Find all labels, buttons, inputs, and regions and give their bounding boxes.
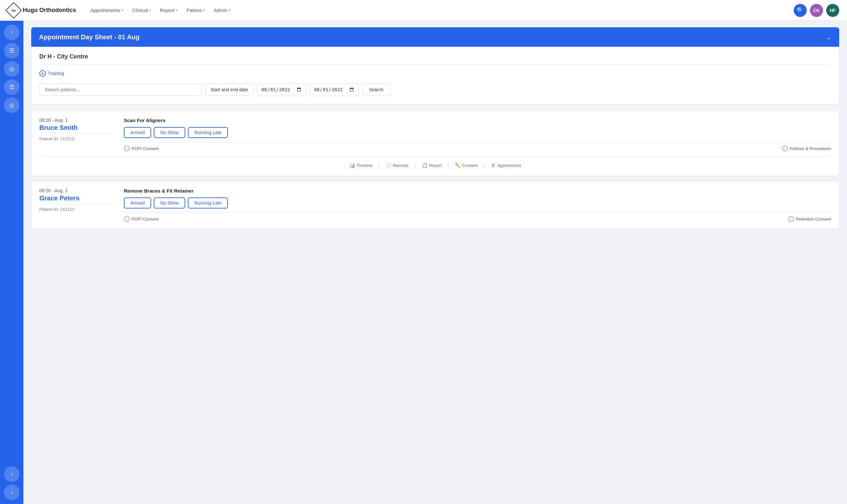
play-icon [39, 70, 46, 77]
search-button[interactable]: Search [362, 84, 390, 96]
consent-label: POPI Consent [132, 146, 159, 151]
circle-icon: ◎ [9, 65, 14, 72]
report-link[interactable]: 📋 Report [416, 161, 448, 169]
running-late-button[interactable]: Running Late [188, 197, 228, 209]
timeline-icon: 📊 [349, 163, 355, 168]
appointment-time: 08:20 - Aug. 1 [39, 188, 111, 193]
avatar-ck[interactable]: CK [810, 4, 823, 17]
check-circle-icon [124, 145, 130, 151]
records-label: Records [393, 163, 409, 168]
appointment-header: 08:20 - Aug. 1 Grace Peters Patient ID: … [39, 188, 831, 222]
chevron-down-icon: ▾ [149, 8, 151, 12]
appointment-footer: 📊 Timeline | 📄 Records | 📋 Report | ✏️ C… [39, 157, 831, 169]
no-show-button[interactable]: No Show [154, 197, 185, 209]
sidebar-list-button[interactable]: ☰ [4, 43, 19, 58]
timeline-link[interactable]: 📊 Timeline [344, 161, 378, 169]
sidebar-circle-button[interactable]: ◎ [4, 61, 19, 77]
appointment-label: Appointment [497, 163, 521, 168]
search-icon: 🔍 [797, 7, 804, 14]
patient-id: Patient ID: 112212 [39, 133, 111, 141]
timeline-label: Timeline [357, 163, 373, 168]
date-range-button[interactable]: Start and end date [205, 84, 254, 96]
appointment-patient-info: 08:20 - Aug. 1 Grace Peters Patient ID: … [39, 188, 111, 212]
consent-label: Policies & Procedures [790, 146, 831, 151]
consent-label: Consent [462, 163, 478, 168]
report-label: Report [429, 163, 442, 168]
training-label: Training [48, 71, 64, 76]
chevron-down-icon: ▾ [203, 8, 205, 12]
start-date-input[interactable] [257, 83, 306, 96]
patient-name[interactable]: Bruce Smith [39, 124, 111, 131]
app-name: Hugo Orthodontics [23, 7, 76, 14]
nav-patient[interactable]: Patient ▾ [183, 5, 209, 16]
appointment-procedure: Remove Braces & Fit Retainer [124, 188, 831, 194]
chevron-right-icon: › [11, 489, 13, 496]
chevron-left-icon: ‹ [11, 471, 13, 478]
arrived-button[interactable]: Arrived [124, 197, 151, 209]
nav-items: Appointments ▾ Clinical ▾ Report ▾ Patie… [86, 5, 794, 16]
consent-link[interactable]: ✏️ Consent [449, 161, 484, 169]
chevron-down-icon: ▾ [122, 8, 123, 12]
appointment-consents: POPI Consent Policies & Procedures [124, 142, 831, 151]
appointment-details: Scan For Aligners Arrived No Show Runnin… [124, 118, 831, 151]
logo-diamond: hs [5, 2, 22, 19]
search-bar: Start and end date Search [39, 83, 831, 96]
patient-id: Patient ID: 212121 [39, 204, 111, 212]
day-sheet-title: Appointment Day Sheet - 01 Aug [39, 33, 139, 41]
appointment-time: 08:20 - Aug. 1 [39, 118, 111, 123]
nav-appointments[interactable]: Appointments ▾ [86, 5, 127, 16]
arrived-button[interactable]: Arrived [124, 127, 151, 138]
logo-text: hs [12, 8, 16, 12]
sidebar-prev-button[interactable]: ‹ [4, 466, 19, 482]
records-link[interactable]: 📄 Records [380, 161, 414, 169]
upload-icon: ↑ [11, 29, 13, 36]
collapse-icon[interactable]: ⌄ [826, 33, 831, 41]
sidebar-next-button[interactable]: › [4, 485, 19, 500]
main-content: Appointment Day Sheet - 01 Aug ⌄ Dr H - … [23, 21, 847, 504]
patient-name[interactable]: Grace Peters [39, 195, 111, 202]
training-link[interactable]: Training [39, 70, 831, 77]
global-search-button[interactable]: 🔍 [794, 4, 807, 17]
chevron-down-icon: ▾ [176, 8, 177, 12]
appointment-consents: POPI Consent Retention Consent [124, 212, 831, 222]
end-date-input[interactable] [309, 83, 359, 96]
running-late-button[interactable]: Running Late [188, 127, 228, 138]
retention-consent[interactable]: Retention Consent [788, 216, 831, 222]
nav-right: 🔍 CK HF [794, 4, 839, 17]
records-icon: 📄 [386, 163, 391, 168]
consent-icon: ✏️ [455, 163, 461, 168]
nav-admin[interactable]: Admin ▾ [210, 5, 235, 16]
check-circle-icon [788, 216, 794, 222]
app-logo[interactable]: hs Hugo Orthodontics [8, 4, 76, 16]
popi-consent[interactable]: POPI Consent [124, 216, 159, 222]
status-buttons: Arrived No Show Running Late [124, 127, 831, 138]
appointment-card-grace-peters: 08:20 - Aug. 1 Grace Peters Patient ID: … [31, 181, 839, 229]
list2-icon: ☰ [9, 84, 14, 91]
nav-report[interactable]: Report ▾ [156, 5, 182, 16]
sidebar-list2-button[interactable]: ☰ [4, 79, 19, 95]
report-icon: 📋 [422, 163, 427, 168]
check-circle-icon [124, 216, 130, 222]
sidebar-upload-button[interactable]: ↑ [4, 25, 19, 40]
sidebar: ↑ ☰ ◎ ☰ ◎ ‹ › [0, 21, 23, 504]
sidebar-circle2-button[interactable]: ◎ [4, 97, 19, 113]
check-circle-icon [782, 145, 788, 151]
appointment-link[interactable]: 🗓 Appointment [485, 161, 527, 169]
appointment-details: Remove Braces & Fit Retainer Arrived No … [124, 188, 831, 222]
list-icon: ☰ [9, 47, 14, 54]
top-navigation: hs Hugo Orthodontics Appointments ▾ Clin… [0, 0, 847, 21]
avatar-hf[interactable]: HF [826, 4, 839, 17]
consent-label: Retention Consent [796, 217, 831, 221]
status-buttons: Arrived No Show Running Late [124, 197, 831, 209]
popi-consent[interactable]: POPI Consent [124, 145, 159, 151]
no-show-button[interactable]: No Show [154, 127, 185, 138]
consent-label: POPI Consent [132, 217, 159, 221]
location-title: Dr H - City Centre [39, 53, 831, 65]
day-sheet-content: Dr H - City Centre Training Start and en… [31, 47, 839, 104]
appointment-patient-info: 08:20 - Aug. 1 Bruce Smith Patient ID: 1… [39, 118, 111, 141]
chevron-down-icon: ▾ [229, 8, 230, 12]
patient-search-input[interactable] [39, 84, 202, 96]
nav-clinical[interactable]: Clinical ▾ [128, 5, 155, 16]
policies-consent[interactable]: Policies & Procedures [782, 145, 831, 151]
appointment-procedure: Scan For Aligners [124, 118, 831, 123]
